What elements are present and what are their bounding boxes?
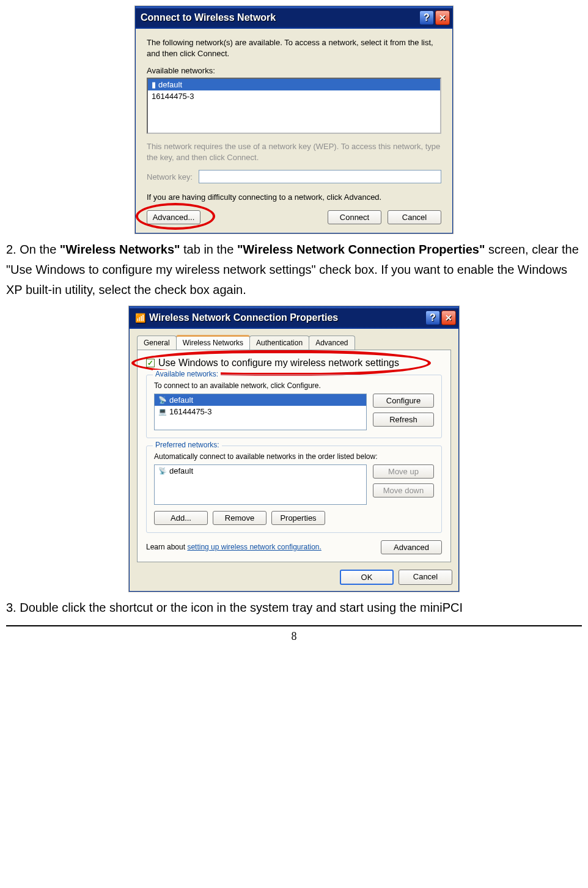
configure-button[interactable]: Configure: [373, 394, 434, 408]
wireless-icon: 📶: [134, 312, 145, 323]
available-networks-list[interactable]: ▮ default 16144475-3: [147, 78, 441, 134]
footer-buttons: OK Cancel: [130, 562, 458, 591]
preferred-networks-group: Preferred networks: Automatically connec…: [146, 446, 442, 533]
cancel-button[interactable]: Cancel: [388, 210, 441, 224]
page-footer: 8: [6, 625, 582, 643]
advanced-button[interactable]: Advanced...: [147, 210, 200, 224]
intro-text: The following network(s) are available. …: [147, 37, 441, 59]
antenna-icon: 📡: [158, 396, 167, 404]
use-windows-checkbox[interactable]: ✓: [146, 359, 155, 367]
network-name: 16144475-3: [169, 407, 211, 416]
learn-text: Learn about setting up wireless network …: [146, 543, 369, 551]
network-item-default[interactable]: ▮ default: [148, 79, 440, 90]
step-2-text: 2. On the "Wireless Networks" tab in the…: [6, 240, 582, 300]
move-down-button[interactable]: Move down: [373, 483, 434, 497]
close-icon[interactable]: ✕: [435, 10, 450, 25]
network-key-input[interactable]: [199, 170, 441, 183]
remove-button[interactable]: Remove: [213, 511, 266, 525]
refresh-button[interactable]: Refresh: [373, 413, 434, 427]
network-name: default: [169, 395, 193, 405]
close-icon[interactable]: ✕: [441, 310, 456, 325]
tab-advanced[interactable]: Advanced: [309, 336, 355, 350]
preferred-item-default[interactable]: 📡 default: [155, 465, 366, 477]
tab-area: General Wireless Networks Authentication…: [130, 329, 458, 562]
available-item-16144475-3[interactable]: 💻 16144475-3: [155, 406, 366, 417]
network-name: default: [158, 80, 182, 89]
tabs: General Wireless Networks Authentication…: [137, 335, 451, 350]
learn-link[interactable]: setting up wireless network configuratio…: [187, 543, 321, 551]
available-desc: To connect to an available network, clic…: [154, 381, 434, 390]
tab-panel: ✓ Use Windows to configure my wireless n…: [137, 350, 451, 562]
antenna-icon: 📡: [158, 467, 167, 475]
network-name: default: [169, 466, 193, 475]
tab-authentication[interactable]: Authentication: [249, 336, 309, 350]
help-icon[interactable]: ?: [425, 310, 440, 325]
wireless-icon: ▮: [152, 80, 156, 89]
computer-icon: 💻: [158, 408, 167, 416]
ok-button[interactable]: OK: [340, 570, 394, 585]
network-item-16144475-3[interactable]: 16144475-3: [148, 90, 440, 102]
tab-general[interactable]: General: [137, 336, 177, 350]
connect-button[interactable]: Connect: [328, 210, 381, 224]
network-key-label: Network key:: [147, 172, 193, 182]
tab-wireless-networks[interactable]: Wireless Networks: [176, 335, 250, 350]
connect-wireless-dialog: Connect to Wireless Network ? ✕ The foll…: [135, 6, 453, 233]
cancel-button[interactable]: Cancel: [399, 570, 452, 585]
add-button[interactable]: Add...: [154, 511, 208, 525]
properties-button[interactable]: Properties: [271, 511, 325, 525]
wep-note: This network requires the use of a netwo…: [147, 141, 441, 163]
available-item-default[interactable]: 📡 default: [155, 394, 366, 406]
network-name: 16144475-3: [152, 92, 194, 101]
available-legend: Available networks:: [153, 370, 221, 378]
available-label: Available networks:: [147, 66, 441, 75]
dialog-title: Connect to Wireless Network: [141, 12, 418, 23]
dialog-title: Wireless Network Connection Properties: [149, 312, 424, 323]
wireless-properties-dialog: 📶 Wireless Network Connection Properties…: [129, 306, 459, 592]
titlebar[interactable]: Connect to Wireless Network ? ✕: [136, 7, 452, 29]
preferred-desc: Automatically connect to available netwo…: [154, 452, 434, 461]
available-list[interactable]: 📡 default 💻 16144475-3: [154, 394, 367, 430]
use-windows-checkbox-row[interactable]: ✓ Use Windows to configure my wireless n…: [146, 358, 442, 369]
dialog1-body: The following network(s) are available. …: [136, 29, 452, 233]
preferred-legend: Preferred networks:: [153, 441, 222, 449]
difficulty-note: If you are having difficulty connecting …: [147, 192, 441, 203]
preferred-list[interactable]: 📡 default: [154, 464, 367, 505]
advanced-button[interactable]: Advanced: [381, 540, 442, 554]
step-3-text: 3. Double click the shortcut or the icon…: [6, 598, 582, 618]
move-up-button[interactable]: Move up: [373, 464, 434, 479]
available-networks-group: Available networks: To connect to an ava…: [146, 375, 442, 438]
page-number: 8: [292, 630, 297, 642]
checkbox-label: Use Windows to configure my wireless net…: [158, 358, 399, 369]
titlebar[interactable]: 📶 Wireless Network Connection Properties…: [130, 307, 458, 329]
help-icon[interactable]: ?: [419, 10, 434, 25]
